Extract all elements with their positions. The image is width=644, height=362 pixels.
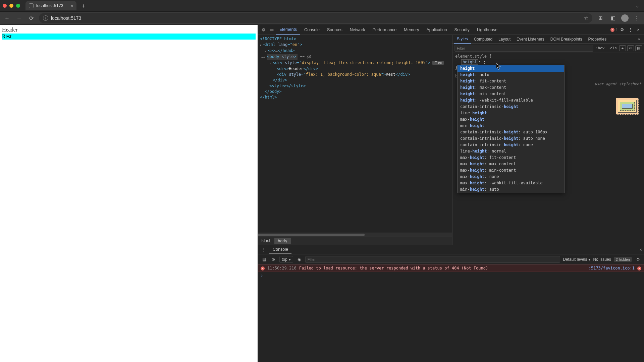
settings-icon[interactable]: ⚙ bbox=[619, 27, 626, 32]
live-expression-icon[interactable]: ◉ bbox=[296, 257, 303, 262]
hov-toggle[interactable]: :hov bbox=[595, 46, 606, 50]
autocomplete-option[interactable]: min-height: auto bbox=[458, 186, 564, 193]
reload-button[interactable]: ⟳ bbox=[27, 15, 36, 21]
tab-event-listeners[interactable]: Event Listeners bbox=[514, 35, 547, 43]
site-info-icon[interactable]: i bbox=[43, 15, 48, 21]
breadcrumb: html body bbox=[258, 237, 452, 245]
tab-sources[interactable]: Sources bbox=[324, 25, 346, 34]
window-controls[interactable] bbox=[3, 4, 20, 8]
autocomplete-option[interactable]: max-height: none bbox=[458, 174, 564, 180]
styles-toolbar: Filter :hov .cls + ▭ ▤ bbox=[452, 44, 644, 53]
bookmark-icon[interactable]: ☆ bbox=[584, 15, 588, 21]
browser-tab[interactable]: localhost:5173 × bbox=[25, 1, 76, 10]
tab-performance[interactable]: Performance bbox=[369, 25, 400, 34]
maximize-window-icon[interactable] bbox=[16, 4, 20, 8]
clear-console-icon[interactable]: ⊘ bbox=[270, 257, 277, 262]
autocomplete-option[interactable]: max-height: min-content bbox=[458, 167, 564, 174]
console-toolbar: ▤ ⊘ top ▾ ◉ Filter Default levels ▾ No I… bbox=[258, 254, 644, 264]
console-settings-icon[interactable]: ⚙ bbox=[635, 257, 641, 262]
tab-console[interactable]: Console bbox=[301, 25, 323, 34]
console-body[interactable]: × 11:50:29.216 Failed to load resource: … bbox=[258, 264, 644, 362]
console-error-row[interactable]: × 11:50:29.216 Failed to load resource: … bbox=[258, 264, 644, 272]
tab-properties[interactable]: Properties bbox=[585, 35, 610, 43]
dom-tree[interactable]: <!DOCTYPE html> ▸<html lang="en"> ▸<>>…<… bbox=[258, 35, 452, 233]
menu-icon[interactable]: ⋮ bbox=[632, 15, 641, 21]
error-icon: × bbox=[261, 266, 265, 270]
drawer-menu-icon[interactable]: ⋮ bbox=[260, 247, 267, 252]
close-window-icon[interactable] bbox=[3, 4, 7, 8]
new-rule-button[interactable]: + bbox=[619, 45, 626, 51]
tab-dom-breakpoints[interactable]: DOM Breakpoints bbox=[547, 35, 585, 43]
more-icon[interactable]: ⋮ bbox=[627, 27, 634, 32]
log-timestamp: 11:50:29.216 bbox=[267, 266, 297, 270]
drawer-tab-console[interactable]: Console bbox=[269, 245, 291, 254]
autocomplete-option[interactable]: max-height: -webkit-fill-available bbox=[458, 180, 564, 186]
breadcrumb-body[interactable]: body bbox=[274, 238, 291, 244]
error-badge[interactable]: ×1 bbox=[610, 28, 618, 32]
autocomplete-option[interactable]: contain-intrinsic-height: auto 100px bbox=[458, 129, 564, 135]
tab-styles[interactable]: Styles bbox=[454, 35, 471, 44]
console-sidebar-icon[interactable]: ▤ bbox=[261, 257, 267, 262]
autocomplete-option[interactable]: height: max-content bbox=[458, 84, 564, 91]
autocomplete-option[interactable]: height: -webkit-fill-available bbox=[458, 97, 564, 104]
breadcrumb-html[interactable]: html bbox=[258, 238, 274, 244]
tab-layout[interactable]: Layout bbox=[495, 35, 514, 43]
console-filter-input[interactable]: Filter bbox=[305, 256, 560, 263]
styles-filter-input[interactable]: Filter bbox=[454, 45, 593, 52]
tab-strip: localhost:5173 × ＋ ⌄ bbox=[0, 0, 644, 11]
log-levels[interactable]: Default levels ▾ bbox=[563, 257, 590, 262]
tab-memory[interactable]: Memory bbox=[400, 25, 422, 34]
log-source-link[interactable]: :5173/favicon.ico:1 bbox=[589, 266, 635, 270]
profile-avatar[interactable] bbox=[621, 14, 629, 22]
forward-button[interactable]: → bbox=[15, 15, 23, 21]
hidden-count[interactable]: 2 hidden bbox=[614, 257, 632, 262]
autocomplete-option[interactable]: height: min-content bbox=[458, 91, 564, 97]
minimize-window-icon[interactable] bbox=[9, 4, 13, 8]
device-toggle-icon[interactable]: ▭ bbox=[268, 27, 275, 32]
css-autocomplete[interactable]: height height: auto height: fit-content … bbox=[457, 65, 565, 193]
autocomplete-option[interactable]: height: auto bbox=[458, 72, 564, 78]
flex-badge[interactable]: flex bbox=[432, 61, 444, 65]
workspace: Header Rest ⯐ ▭ Elements Console Sources… bbox=[0, 25, 644, 362]
sidebar-more-icon[interactable]: » bbox=[635, 37, 643, 42]
autocomplete-option[interactable]: contain-intrinsic-height bbox=[458, 104, 564, 110]
tab-security[interactable]: Security bbox=[451, 25, 473, 34]
address-bar[interactable]: i localhost:5173 ☆ bbox=[39, 13, 592, 23]
tab-lighthouse[interactable]: Lighthouse bbox=[474, 25, 501, 34]
extensions-icon[interactable]: ⊞ bbox=[596, 15, 605, 21]
autocomplete-option[interactable]: line-height bbox=[458, 110, 564, 116]
autocomplete-option[interactable]: contain-intrinsic-height: none bbox=[458, 142, 564, 148]
drawer-close-icon[interactable]: × bbox=[640, 247, 642, 252]
toggle-common-button[interactable]: ▭ bbox=[627, 45, 634, 51]
tab-application[interactable]: Application bbox=[423, 25, 450, 34]
autocomplete-option[interactable]: height: fit-content bbox=[458, 78, 564, 84]
cls-toggle[interactable]: .cls bbox=[607, 46, 618, 50]
new-tab-button[interactable]: ＋ bbox=[80, 2, 87, 10]
autocomplete-option[interactable]: max-height bbox=[458, 116, 564, 123]
box-model-widget[interactable] bbox=[616, 98, 639, 115]
context-selector[interactable]: top ▾ bbox=[279, 256, 293, 263]
autocomplete-option[interactable]: max-height: fit-content bbox=[458, 155, 564, 161]
autocomplete-option[interactable]: min-height bbox=[458, 123, 564, 129]
autocomplete-option[interactable]: contain-intrinsic-height: auto none bbox=[458, 135, 564, 142]
side-panel-icon[interactable]: ◧ bbox=[608, 15, 618, 21]
back-button[interactable]: ← bbox=[3, 15, 11, 21]
dom-line: <!DOCTYPE html> bbox=[260, 37, 296, 41]
issues-label[interactable]: No Issues bbox=[593, 257, 611, 262]
inspect-icon[interactable]: ⯐ bbox=[260, 27, 267, 32]
tab-computed[interactable]: Computed bbox=[471, 35, 495, 43]
console-prompt[interactable]: › bbox=[258, 272, 644, 279]
tab-elements[interactable]: Elements bbox=[276, 25, 300, 35]
tab-close-icon[interactable]: × bbox=[71, 3, 73, 8]
styles-body[interactable]: element.style { height: ; } bo user agen… bbox=[452, 53, 644, 245]
css-prop-name-input[interactable]: height bbox=[461, 59, 478, 65]
autocomplete-option[interactable]: height bbox=[458, 65, 564, 72]
autocomplete-option[interactable]: line-height: normal bbox=[458, 148, 564, 155]
computed-toggle-button[interactable]: ▤ bbox=[635, 45, 642, 51]
tab-network[interactable]: Network bbox=[346, 25, 369, 34]
selected-node[interactable]: <body style> bbox=[267, 54, 298, 60]
autocomplete-option[interactable]: max-height: max-content bbox=[458, 161, 564, 167]
dom-scrollbar[interactable] bbox=[258, 233, 452, 237]
tab-overflow-icon[interactable]: ⌄ bbox=[636, 3, 639, 8]
close-devtools-icon[interactable]: × bbox=[635, 27, 642, 32]
